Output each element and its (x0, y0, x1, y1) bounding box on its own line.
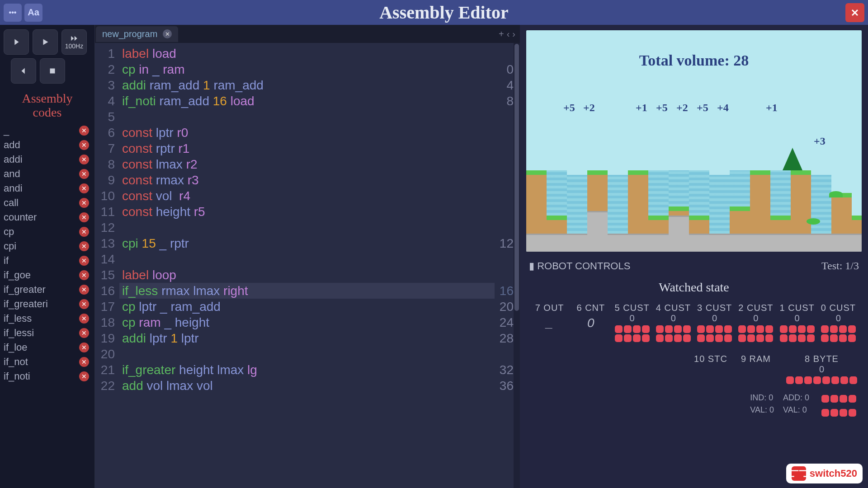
remove-code-icon[interactable]: ✕ (79, 256, 89, 266)
remove-code-icon[interactable]: ✕ (79, 198, 89, 208)
code-line[interactable]: const rptr r1 (119, 141, 495, 156)
tab-bar: new_program ✕ + ‹ › (95, 25, 520, 43)
remove-code-icon[interactable]: ✕ (79, 155, 89, 164)
code-area[interactable]: 12345678910111213141516171819202122 labe… (95, 43, 520, 488)
code-line[interactable] (119, 220, 495, 235)
code-item[interactable]: if_goe✕ (2, 268, 91, 282)
editor-scrollbar[interactable] (514, 43, 520, 488)
volume-label: +2 (676, 102, 688, 114)
fish-icon (807, 218, 820, 225)
terrain (526, 116, 862, 252)
remove-code-icon[interactable]: ✕ (79, 241, 89, 251)
state-col: 5 CUST0 (612, 303, 653, 344)
code-label: add (4, 139, 20, 151)
remove-code-icon[interactable]: ✕ (79, 169, 89, 179)
code-item[interactable]: counter✕ (2, 210, 91, 225)
remove-code-icon[interactable]: ✕ (79, 371, 89, 381)
remove-code-icon[interactable]: ✕ (79, 126, 89, 136)
step-button[interactable] (4, 29, 29, 55)
volume-label: +5 (697, 102, 708, 114)
code-line[interactable] (119, 251, 495, 267)
code-item[interactable]: if_less✕ (2, 311, 91, 326)
code-item[interactable]: cpi✕ (2, 239, 91, 253)
code-line[interactable]: const vol r4 (119, 188, 495, 204)
code-item[interactable]: if✕ (2, 253, 91, 268)
remove-code-icon[interactable]: ✕ (79, 343, 89, 352)
play-button[interactable] (33, 29, 58, 55)
code-line[interactable]: addi lptr 1 lptr (119, 330, 495, 346)
code-line[interactable]: cpi 15 _ rptr (119, 235, 495, 251)
code-label: if_noti (4, 371, 30, 382)
code-line[interactable]: if_less rmax lmax right (119, 283, 495, 299)
code-line[interactable] (119, 109, 495, 125)
state-col: 1 CUST0 (777, 303, 818, 344)
aa-icon: Aa (28, 7, 39, 18)
back-button[interactable] (11, 58, 36, 84)
tab-next-button[interactable]: › (512, 29, 515, 39)
close-button[interactable] (845, 3, 864, 22)
font-button[interactable]: Aa (24, 4, 42, 22)
code-line[interactable]: cp lptr _ ram_add (119, 299, 495, 314)
remove-code-icon[interactable]: ✕ (79, 328, 89, 338)
code-label: addi (4, 154, 23, 165)
code-line[interactable]: label loop (119, 267, 495, 283)
code-line[interactable]: const rmax r3 (119, 172, 495, 188)
code-item[interactable]: if_noti✕ (2, 369, 91, 384)
code-line[interactable]: label load (119, 46, 495, 61)
scrollbar-thumb[interactable] (514, 44, 519, 311)
svg-rect-0 (50, 69, 55, 74)
code-line[interactable] (119, 346, 495, 362)
tab-close-icon[interactable]: ✕ (163, 29, 172, 38)
more-button[interactable]: ••• (4, 4, 22, 22)
tab-prev-button[interactable]: ‹ (507, 29, 510, 39)
remove-code-icon[interactable]: ✕ (79, 227, 89, 237)
tab-add-button[interactable]: + (499, 29, 504, 39)
code-item[interactable]: if_loe✕ (2, 340, 91, 355)
window-title: Assembly Editor (42, 2, 845, 23)
code-line[interactable]: const height r5 (119, 204, 495, 220)
code-label: if_not (4, 356, 28, 368)
code-item[interactable]: andi✕ (2, 181, 91, 196)
code-item[interactable]: if_lessi✕ (2, 326, 91, 340)
switch-icon: ⫍⫎ (792, 466, 806, 481)
code-label: cpi (4, 240, 16, 252)
code-item[interactable]: addi✕ (2, 152, 91, 167)
remove-code-icon[interactable]: ✕ (79, 140, 89, 150)
stop-icon (47, 66, 57, 76)
code-item[interactable]: cp✕ (2, 225, 91, 239)
code-label: counter (4, 211, 37, 223)
code-label: if_loe (4, 342, 28, 353)
code-item[interactable]: if_greater✕ (2, 282, 91, 297)
code-line[interactable]: cp ram _ height (119, 314, 495, 330)
code-item[interactable]: and✕ (2, 167, 91, 181)
code-item[interactable]: _✕ (2, 123, 91, 138)
stop-button[interactable] (40, 58, 65, 84)
code-item[interactable]: if_not✕ (2, 355, 91, 369)
code-line[interactable]: cp in _ ram (119, 61, 495, 77)
code-line[interactable]: const lmax r2 (119, 156, 495, 172)
watched-state-header: Watched state (529, 276, 859, 303)
robot-controls-header: ▮ ROBOT CONTROLS (529, 260, 630, 272)
tab[interactable]: new_program ✕ (96, 26, 178, 42)
remove-code-icon[interactable]: ✕ (79, 299, 89, 309)
line-gutter: 12345678910111213141516171819202122 (95, 43, 119, 488)
code-label: if (4, 255, 9, 267)
code-line[interactable]: addi ram_add 1 ram_add (119, 77, 495, 93)
code-line[interactable]: add vol lmax vol (119, 378, 495, 394)
remove-code-icon[interactable]: ✕ (79, 314, 89, 324)
volume-label: +4 (717, 102, 729, 114)
sidebar: 100Hz Assembly codes _✕add✕addi✕and✕andi… (0, 25, 95, 488)
remove-code-icon[interactable]: ✕ (79, 270, 89, 280)
code-item[interactable]: call✕ (2, 196, 91, 210)
code-line[interactable]: if_greater height lmax lg (119, 362, 495, 378)
remove-code-icon[interactable]: ✕ (79, 357, 89, 367)
code-lines: label loadcp in _ ramaddi ram_add 1 ram_… (119, 43, 495, 488)
remove-code-icon[interactable]: ✕ (79, 212, 89, 222)
remove-code-icon[interactable]: ✕ (79, 285, 89, 295)
code-item[interactable]: if_greateri✕ (2, 297, 91, 311)
code-line[interactable]: if_noti ram_add 16 load (119, 93, 495, 109)
remove-code-icon[interactable]: ✕ (79, 183, 89, 193)
fast-forward-button[interactable]: 100Hz (61, 29, 87, 55)
code-item[interactable]: add✕ (2, 138, 91, 152)
code-line[interactable]: const lptr r0 (119, 125, 495, 141)
